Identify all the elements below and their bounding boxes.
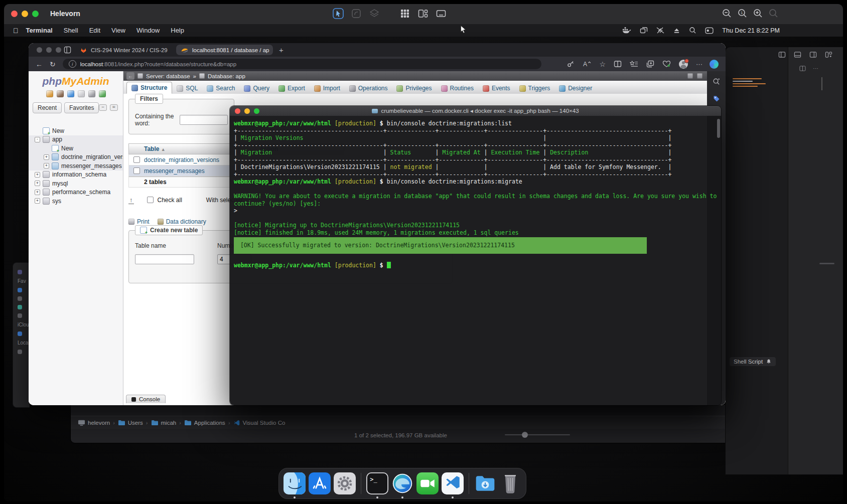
close-button[interactable] xyxy=(235,108,240,114)
minimize-button[interactable] xyxy=(22,11,28,17)
browser-tab-1[interactable]: CIS-294 Winter 2024 / CIS-29× xyxy=(75,45,172,55)
breadcrumb-server[interactable]: Server: database xyxy=(146,73,190,79)
expand-icon[interactable]: + xyxy=(44,163,49,169)
browser-window-controls[interactable] xyxy=(37,47,61,53)
pma-tab-search[interactable]: Search xyxy=(202,83,239,94)
pma-console-bar[interactable]: Console xyxy=(126,395,166,403)
sidebar-item-icon[interactable] xyxy=(18,313,22,318)
pma-tab-events[interactable]: Events xyxy=(478,83,515,94)
settings-gear-icon[interactable] xyxy=(687,73,693,79)
tree-item-app[interactable]: -app xyxy=(29,135,123,144)
slider-knob[interactable] xyxy=(522,432,528,438)
check-all-checkbox[interactable] xyxy=(147,197,154,203)
key-icon[interactable] xyxy=(567,60,575,68)
dock-terminal-icon[interactable]: >_ xyxy=(366,472,389,495)
dock-edge-icon[interactable] xyxy=(391,472,414,495)
zoom-actual-icon[interactable]: 1 xyxy=(737,8,748,19)
back-button[interactable]: ← xyxy=(36,60,43,68)
expand-icon[interactable]: + xyxy=(35,190,40,195)
link-icon[interactable]: ∞ xyxy=(110,104,118,111)
pma-tab-triggers[interactable]: Triggers xyxy=(515,83,555,94)
display-icon[interactable] xyxy=(436,8,447,19)
panel-tab-recent[interactable]: Recent xyxy=(33,102,62,113)
info-icon[interactable] xyxy=(67,90,74,97)
menu-terminal[interactable]: Terminal xyxy=(21,27,58,34)
layers-icon[interactable] xyxy=(369,8,380,19)
pma-tab-privileges[interactable]: Privileges xyxy=(392,83,436,94)
tree-item-new[interactable]: +New xyxy=(29,126,123,135)
pma-logo[interactable]: phpMyAdmin xyxy=(29,75,123,87)
tree-item-sys[interactable]: +sys xyxy=(29,197,123,206)
home-icon[interactable] xyxy=(46,90,53,97)
browser-essentials-icon[interactable] xyxy=(662,60,671,68)
site-info-icon[interactable]: i xyxy=(69,60,76,68)
zoom-button[interactable] xyxy=(32,11,39,17)
more-menu-icon[interactable]: ··· xyxy=(696,60,702,68)
browser-tab-2[interactable]: localhost:8081 / database / ap× xyxy=(176,45,273,55)
expand-icon[interactable]: + xyxy=(44,154,49,160)
expand-icon[interactable]: + xyxy=(35,172,40,178)
logout-icon[interactable] xyxy=(57,90,64,97)
tree-item-doctrine-migration-versions[interactable]: +doctrine_migration_versions xyxy=(29,153,123,162)
pma-tab-designer[interactable]: Designer xyxy=(554,83,597,94)
zoom-out-icon[interactable] xyxy=(722,8,732,19)
vscode-language-mode[interactable]: Shell Script xyxy=(730,357,776,366)
panel-tab-favorites[interactable]: Favorites xyxy=(64,102,99,113)
tree-item-new[interactable]: +New xyxy=(29,144,123,153)
check-all-label[interactable]: Check all xyxy=(158,197,182,204)
tree-item-performance-schema[interactable]: +performance_schema xyxy=(29,188,123,197)
terminal-body[interactable]: webmxr@app_php:/var/www/html [production… xyxy=(230,116,721,405)
bell-icon[interactable] xyxy=(766,359,772,365)
screen-mirror-icon[interactable] xyxy=(640,27,648,34)
sidebar-tag-icon[interactable] xyxy=(713,95,721,103)
zoom-button[interactable] xyxy=(56,47,61,53)
data-dictionary-link[interactable]: Data dictionary xyxy=(158,218,206,225)
sidebar-item-icon[interactable] xyxy=(18,305,22,309)
table-name-input[interactable] xyxy=(135,254,194,264)
terminal-window-controls[interactable] xyxy=(235,108,259,114)
minimize-button[interactable] xyxy=(46,47,52,53)
tree-item-messenger-mess-ages[interactable]: +messenger_messages xyxy=(29,161,123,171)
split-editor-icon[interactable] xyxy=(799,65,806,72)
menu-view[interactable]: View xyxy=(106,27,131,34)
collections-icon[interactable] xyxy=(646,60,654,68)
close-button[interactable] xyxy=(37,47,42,53)
path-item-applications[interactable]: Applications xyxy=(184,419,225,426)
dock-downloads-icon[interactable] xyxy=(474,472,497,495)
vscode-scrollbar[interactable] xyxy=(819,263,834,264)
dock-finder-icon[interactable] xyxy=(283,472,306,495)
zoom-in-icon[interactable] xyxy=(753,8,763,19)
minimize-button[interactable] xyxy=(244,108,250,114)
user-switch-icon[interactable] xyxy=(705,27,714,34)
path-item-micah[interactable]: micah xyxy=(151,419,177,426)
containing-word-input[interactable] xyxy=(180,115,228,125)
panel-right-icon[interactable] xyxy=(809,51,817,58)
docker-icon[interactable] xyxy=(622,27,631,34)
close-button[interactable] xyxy=(11,11,18,17)
sidebar-left-icon[interactable] xyxy=(778,51,786,58)
pma-tab-export[interactable]: Export xyxy=(274,83,310,94)
cloud-icon[interactable] xyxy=(18,331,22,336)
tab-overview-icon[interactable] xyxy=(64,46,71,54)
docs-icon[interactable] xyxy=(78,90,85,97)
row-checkbox[interactable] xyxy=(133,156,140,163)
expand-icon[interactable] xyxy=(697,73,702,79)
finder-icon-size-slider[interactable] xyxy=(505,434,570,435)
pointer-icon[interactable] xyxy=(333,8,344,19)
sidebar-item-icon[interactable] xyxy=(18,296,22,301)
row-checkbox[interactable] xyxy=(133,167,140,174)
scan-icon[interactable] xyxy=(351,8,362,19)
window-controls[interactable] xyxy=(11,11,39,17)
pma-tab-structure[interactable]: Structure xyxy=(126,82,172,94)
new-tab-button[interactable]: + xyxy=(279,46,284,54)
back-icon[interactable]: ← xyxy=(126,72,134,80)
address-bar[interactable]: i localhost:8081/index.php?route=/databa… xyxy=(63,59,541,69)
dock-trash-icon[interactable] xyxy=(499,472,522,495)
sidebar-item-icon[interactable] xyxy=(18,288,22,292)
layout-grid-icon[interactable] xyxy=(825,51,832,58)
dock-vscode-icon[interactable] xyxy=(441,472,464,495)
refresh-button[interactable]: ↻ xyxy=(50,60,56,68)
tree-item-information-schema[interactable]: +information_schema xyxy=(29,171,123,180)
menu-shell[interactable]: Shell xyxy=(58,27,84,34)
path-item-users[interactable]: Users xyxy=(118,419,143,426)
